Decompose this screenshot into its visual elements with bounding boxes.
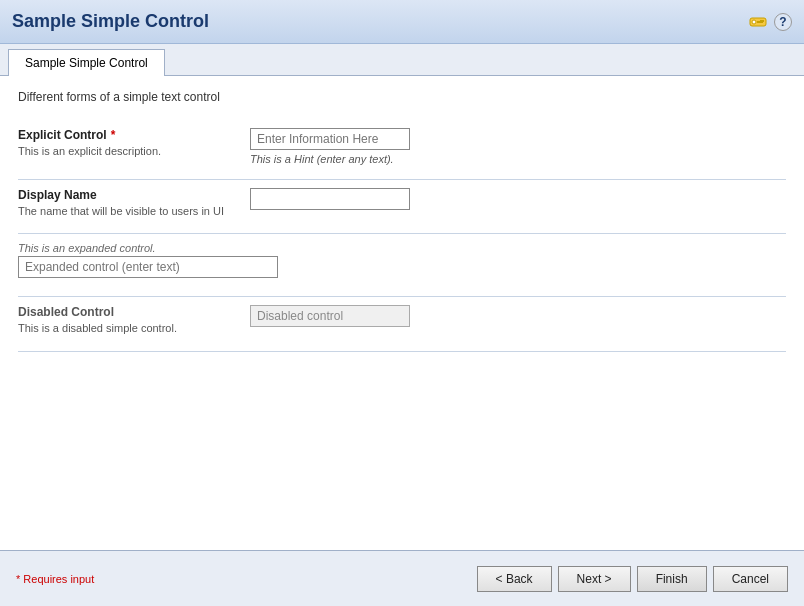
expanded-control-input[interactable] bbox=[18, 256, 278, 278]
disabled-control-section: Disabled Control This is a disabled simp… bbox=[18, 297, 786, 351]
next-button[interactable]: Next > bbox=[558, 566, 631, 592]
display-name-section: Display Name The name that will be visib… bbox=[18, 180, 786, 234]
disabled-control-input bbox=[250, 305, 410, 327]
required-star: * bbox=[111, 128, 116, 142]
explicit-control-input-area: This is a Hint (enter any text). bbox=[250, 128, 786, 165]
explicit-control-hint: This is a Hint (enter any text). bbox=[250, 153, 786, 165]
tab-sample-simple-control[interactable]: Sample Simple Control bbox=[8, 49, 165, 76]
requires-input-label: * Requires input bbox=[16, 573, 94, 585]
explicit-control-label-area: Explicit Control * This is an explicit d… bbox=[18, 128, 238, 159]
back-button[interactable]: < Back bbox=[477, 566, 552, 592]
svg-rect-6 bbox=[760, 20, 762, 22]
display-name-input[interactable] bbox=[250, 188, 410, 210]
expanded-control-label: This is an expanded control. bbox=[18, 234, 786, 254]
page-description: Different forms of a simple text control bbox=[18, 90, 786, 104]
window-title: Sample Simple Control bbox=[12, 11, 209, 32]
cancel-button[interactable]: Cancel bbox=[713, 566, 788, 592]
explicit-control-description: This is an explicit description. bbox=[18, 144, 238, 159]
finish-button[interactable]: Finish bbox=[637, 566, 707, 592]
expanded-control-section: This is an expanded control. bbox=[18, 234, 786, 297]
main-content: Different forms of a simple text control… bbox=[0, 76, 804, 550]
title-bar: Sample Simple Control ? bbox=[0, 0, 804, 44]
link-icon[interactable] bbox=[748, 12, 768, 32]
svg-rect-7 bbox=[762, 20, 764, 22]
disabled-control-label: Disabled Control bbox=[18, 305, 238, 319]
disabled-control-description: This is a disabled simple control. bbox=[18, 321, 238, 336]
display-name-description: The name that will be visible to users i… bbox=[18, 204, 238, 219]
disabled-control-row: Disabled Control This is a disabled simp… bbox=[18, 297, 786, 340]
title-bar-icons: ? bbox=[748, 12, 792, 32]
help-icon[interactable]: ? bbox=[774, 13, 792, 31]
explicit-control-section: Explicit Control * This is an explicit d… bbox=[18, 120, 786, 180]
disabled-control-input-area bbox=[250, 305, 786, 327]
display-name-label-area: Display Name The name that will be visib… bbox=[18, 188, 238, 219]
footer-buttons: < Back Next > Finish Cancel bbox=[477, 566, 788, 592]
display-name-input-area bbox=[250, 188, 786, 210]
explicit-control-row: Explicit Control * This is an explicit d… bbox=[18, 120, 786, 169]
display-name-row: Display Name The name that will be visib… bbox=[18, 180, 786, 223]
svg-point-4 bbox=[752, 20, 756, 24]
display-name-label: Display Name bbox=[18, 188, 238, 202]
disabled-control-label-area: Disabled Control This is a disabled simp… bbox=[18, 305, 238, 336]
explicit-control-input[interactable] bbox=[250, 128, 410, 150]
explicit-control-label: Explicit Control * bbox=[18, 128, 238, 142]
footer: * Requires input < Back Next > Finish Ca… bbox=[0, 550, 804, 606]
tab-bar: Sample Simple Control bbox=[0, 44, 804, 76]
